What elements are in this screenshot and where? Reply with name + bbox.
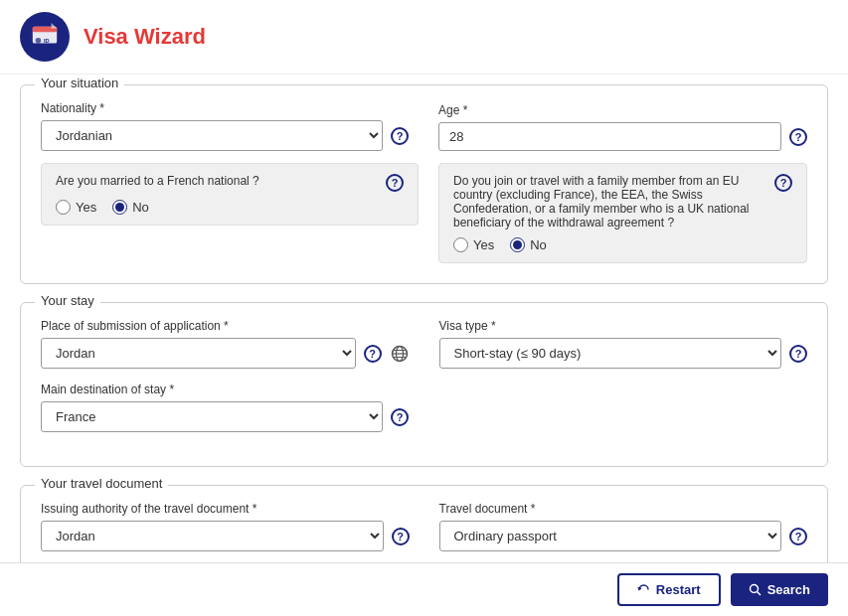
search-button[interactable]: Search — [731, 573, 828, 606]
married-yes-radio[interactable] — [56, 200, 71, 215]
visa-type-select[interactable]: Short-stay (≤ 90 days) — [439, 338, 782, 369]
travel-doc-row: Issuing authority of the travel document… — [41, 502, 807, 551]
visa-type-field-row: Short-stay (≤ 90 days) ? — [439, 338, 808, 369]
restart-icon — [637, 583, 650, 596]
restart-label: Restart — [656, 582, 701, 597]
place-submission-col: Place of submission of application * Jor… — [41, 319, 410, 369]
eu-no-radio[interactable] — [510, 237, 525, 252]
married-no-label[interactable]: No — [112, 200, 149, 215]
married-radio-group: Yes No — [56, 200, 404, 215]
married-question-inner: Are you married to a French national ? ? — [56, 174, 404, 192]
main-destination-help-icon[interactable]: ? — [391, 408, 409, 426]
eu-question-container: Do you join or travel with a family memb… — [438, 163, 807, 263]
age-input[interactable] — [438, 122, 781, 151]
travel-document-legend: Your travel document — [35, 476, 168, 491]
issuing-authority-select[interactable]: Jordan — [41, 521, 384, 551]
age-label: Age * — [438, 103, 807, 117]
stay-spacer — [438, 383, 807, 432]
situation-section: Your situation Nationality * Jordanian ?… — [20, 84, 828, 284]
eu-no-label[interactable]: No — [510, 237, 547, 252]
svg-text:ID: ID — [44, 38, 50, 44]
place-submission-field-row: Jordan ? — [41, 338, 410, 369]
travel-document-help-icon[interactable]: ? — [789, 528, 807, 545]
travel-document-label: Travel document * — [439, 502, 808, 516]
eu-question-inner: Do you join or travel with a family memb… — [453, 174, 792, 230]
visa-wizard-icon: ID — [20, 12, 70, 62]
nationality-select[interactable]: Jordanian — [41, 120, 383, 151]
nationality-help-icon[interactable]: ? — [391, 127, 409, 145]
issuing-authority-col: Issuing authority of the travel document… — [41, 502, 410, 551]
married-question-box: Are you married to a French national ? ?… — [41, 163, 419, 263]
main-destination-col: Main destination of stay * France ? — [41, 383, 409, 432]
married-no-text: No — [132, 200, 149, 215]
travel-document-select[interactable]: Ordinary passport — [439, 521, 782, 551]
eu-yes-radio[interactable] — [453, 237, 468, 252]
eu-yes-text: Yes — [473, 237, 494, 252]
place-submission-label: Place of submission of application * — [41, 319, 410, 333]
visa-type-help-icon[interactable]: ? — [789, 345, 807, 363]
married-no-radio[interactable] — [112, 200, 127, 215]
nationality-field-row: Jordanian ? — [41, 120, 409, 151]
stay-row2: Main destination of stay * France ? — [41, 383, 807, 432]
married-yes-label[interactable]: Yes — [56, 200, 96, 215]
travel-document-col: Travel document * Ordinary passport ? — [439, 502, 808, 551]
nationality-age-row: Nationality * Jordanian ? Age * ? — [41, 101, 807, 151]
eu-radio-group: Yes No — [453, 237, 792, 252]
eu-question-box: Do you join or travel with a family memb… — [438, 163, 807, 263]
issuing-authority-help-icon[interactable]: ? — [392, 528, 410, 545]
age-field-row: ? — [438, 122, 807, 151]
visa-type-label: Visa type * — [439, 319, 808, 333]
eu-help-icon[interactable]: ? — [774, 174, 792, 192]
situation-legend: Your situation — [35, 76, 124, 90]
age-col: Age * ? — [438, 103, 807, 151]
eu-question-text: Do you join or travel with a family memb… — [453, 174, 766, 230]
svg-line-10 — [757, 592, 761, 596]
page-title: Visa Wizard — [84, 24, 206, 50]
married-help-icon[interactable]: ? — [386, 174, 404, 192]
married-question-text: Are you married to a French national ? — [56, 174, 378, 188]
main-destination-select[interactable]: France — [41, 401, 383, 432]
eu-yes-label[interactable]: Yes — [453, 237, 494, 252]
situation-questions-row: Are you married to a French national ? ?… — [41, 163, 807, 263]
place-submission-help-icon[interactable]: ? — [364, 345, 382, 363]
svg-point-9 — [750, 585, 758, 593]
main-destination-field-row: France ? — [41, 401, 409, 432]
married-yes-text: Yes — [76, 200, 96, 215]
eu-no-text: No — [530, 237, 547, 252]
footer: Restart Search — [0, 562, 848, 616]
married-question-container: Are you married to a French national ? ?… — [41, 163, 419, 226]
stay-legend: Your stay — [35, 293, 100, 308]
age-help-icon[interactable]: ? — [789, 128, 807, 146]
main-destination-label: Main destination of stay * — [41, 383, 409, 396]
stay-section: Your stay Place of submission of applica… — [20, 302, 828, 467]
nationality-label: Nationality * — [41, 101, 409, 115]
search-label: Search — [767, 582, 810, 597]
nationality-col: Nationality * Jordanian ? — [41, 101, 409, 151]
place-submission-select[interactable]: Jordan — [41, 338, 356, 369]
issuing-authority-field-row: Jordan ? — [41, 521, 410, 551]
visa-type-col: Visa type * Short-stay (≤ 90 days) ? — [439, 319, 808, 369]
issuing-authority-label: Issuing authority of the travel document… — [41, 502, 410, 516]
main-content: Your situation Nationality * Jordanian ?… — [0, 75, 848, 616]
svg-point-2 — [36, 38, 42, 44]
search-icon — [749, 583, 762, 596]
globe-icon — [390, 344, 410, 364]
header: ID Visa Wizard — [0, 0, 848, 75]
stay-row1: Place of submission of application * Jor… — [41, 319, 807, 369]
travel-document-field-row: Ordinary passport ? — [439, 521, 808, 551]
restart-button[interactable]: Restart — [617, 573, 721, 606]
